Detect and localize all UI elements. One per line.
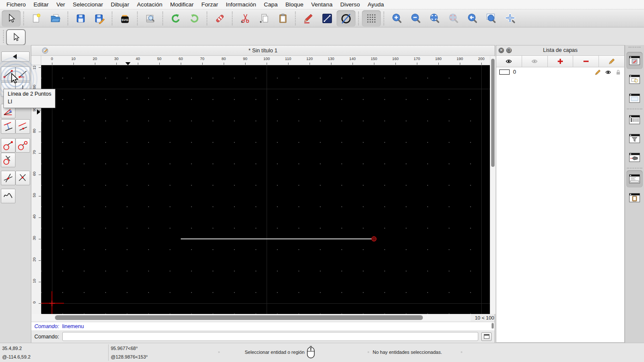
tool-line-parallel-distance[interactable]	[1, 119, 15, 134]
vertical-scrollbar[interactable]	[490, 56, 495, 314]
edit-layer-button[interactable]	[599, 56, 624, 67]
dock-clipboard-button[interactable]	[626, 189, 643, 206]
dock-pen-palette-button[interactable]	[626, 149, 643, 166]
layer-lock-icon[interactable]	[615, 69, 621, 75]
menu-item-fichero[interactable]: Fichero	[3, 0, 30, 9]
print-preview-button[interactable]	[141, 10, 160, 27]
dock-strip	[625, 45, 644, 343]
v-ruler-tick	[39, 175, 41, 175]
menu-item-capa[interactable]: Capa	[260, 0, 282, 9]
palette-back-button[interactable]	[1, 51, 30, 62]
menu-item-dibujar[interactable]: Dibujar	[107, 0, 133, 9]
h-ruler-tick	[288, 63, 289, 65]
open-file-button[interactable]	[46, 10, 65, 27]
zoom-previous-button[interactable]	[463, 10, 482, 27]
drawing-window-titlebar[interactable]: * Sin título 1	[31, 45, 495, 56]
menu-item-modificar[interactable]: Modificar	[166, 0, 197, 9]
save-button[interactable]	[71, 10, 90, 27]
eraser-icon	[214, 13, 225, 24]
select-arrow-button[interactable]	[2, 10, 21, 27]
menu-item-bloque[interactable]: Bloque	[282, 0, 307, 9]
h-ruler-tick	[224, 63, 224, 65]
draw-pen-button[interactable]	[299, 10, 318, 27]
panel-float-button[interactable]: ❐	[506, 48, 512, 53]
zoom-selected-button[interactable]	[444, 10, 463, 27]
snap-grid-button[interactable]	[362, 10, 381, 27]
save-as-button[interactable]	[90, 10, 109, 27]
zoom-out-button[interactable]	[406, 10, 425, 27]
dock-library-browser-button[interactable]	[626, 90, 643, 107]
vertical-scrollbar-thumb[interactable]	[491, 59, 495, 167]
horizontal-scrollbar-thumb[interactable]	[55, 315, 423, 320]
copy-button[interactable]	[255, 10, 273, 27]
menu-item-acotacion[interactable]: Acotación	[133, 0, 166, 9]
dock-command-line-button[interactable]	[626, 170, 643, 187]
h-ruler-label: 40	[131, 57, 144, 61]
tool-line-2-points[interactable]	[1, 66, 15, 81]
menu-item-forzar[interactable]: Forzar	[197, 0, 222, 9]
panel-close-button[interactable]: ✕	[498, 48, 504, 53]
drawing-window: * Sin título 1 0102030405060708090100110…	[31, 45, 495, 343]
remove-layer-button[interactable]	[573, 56, 599, 67]
selection-info: No hay entidades seleccionadas.	[373, 350, 442, 355]
zoom-window-button[interactable]	[482, 10, 501, 27]
show-all-layers-button[interactable]	[496, 56, 522, 67]
line-entity[interactable]	[181, 238, 374, 239]
cut-button[interactable]	[236, 10, 255, 27]
new-document-button[interactable]	[27, 10, 46, 27]
history-scrollbar[interactable]	[491, 322, 494, 330]
zoom-auto-button[interactable]	[425, 10, 444, 27]
layer-edit-pencil-icon[interactable]	[595, 69, 601, 75]
h-ruler-tick	[374, 63, 374, 65]
h-ruler-label: 200	[475, 57, 488, 61]
dock-entity-list-button[interactable]	[626, 111, 643, 128]
tool-line-tangent-circles[interactable]	[15, 138, 30, 153]
tool-line-parallel-point[interactable]	[15, 119, 30, 134]
menu-item-ver[interactable]: Ver	[52, 0, 69, 9]
paste-button[interactable]	[273, 10, 292, 27]
tool-line-orthogonal[interactable]	[15, 171, 30, 185]
tool-line-tangent-orthogonal[interactable]	[1, 153, 15, 167]
menu-item-informacion[interactable]: Información	[222, 0, 260, 9]
dock-block-list-button[interactable]	[626, 71, 643, 88]
h-ruler-tick	[331, 63, 331, 65]
tool-line-tangent-point-circle[interactable]	[1, 138, 15, 153]
delete-entities-button[interactable]	[210, 10, 229, 27]
dock-layer-list-button[interactable]	[626, 52, 643, 69]
zoom-in-icon	[391, 12, 403, 24]
endpoint-snap-marker	[371, 236, 377, 241]
zoom-in-button[interactable]	[387, 10, 406, 27]
undo-button[interactable]	[166, 10, 185, 27]
menu-item-ayuda[interactable]: Ayuda	[364, 0, 388, 9]
layer-row[interactable]: 0	[496, 67, 624, 77]
horizontal-scrollbar[interactable]	[31, 314, 471, 322]
tool-line-angle[interactable]	[15, 66, 30, 81]
layer-visibility-eye-icon[interactable]	[605, 69, 612, 75]
redo-button[interactable]	[185, 10, 204, 27]
line-tangent-point-circle-icon	[2, 139, 14, 151]
menu-item-seleccionar[interactable]: Seleccionar	[69, 0, 107, 9]
layer-color-swatch[interactable]	[499, 69, 510, 75]
document-title: * Sin título 1	[249, 48, 277, 54]
hide-all-layers-button[interactable]	[522, 56, 548, 67]
add-layer-button[interactable]	[548, 56, 574, 67]
command-detach-button[interactable]	[481, 332, 492, 341]
drawing-canvas[interactable]	[41, 65, 490, 314]
grid-dots-icon	[365, 12, 377, 24]
menu-item-editar[interactable]: Editar	[30, 0, 52, 9]
circle-tools-button[interactable]	[337, 10, 355, 27]
dock-selection-filter-button[interactable]	[626, 130, 643, 147]
layer-panel-title: Lista de capas	[543, 47, 578, 53]
menu-item-ventana[interactable]: Ventana	[307, 0, 337, 9]
selection-tool-button[interactable]	[6, 29, 26, 45]
tool-line-relative-angle[interactable]	[1, 171, 15, 185]
toolbar-separator	[67, 12, 69, 25]
tool-line-freehand[interactable]	[1, 189, 15, 203]
toolbar-separator	[232, 12, 233, 25]
menu-item-diverso[interactable]: Diverso	[336, 0, 364, 9]
line-tools-button[interactable]	[318, 10, 337, 27]
export-svg-button[interactable]: SVG	[115, 10, 134, 27]
history-scrollbar-thumb[interactable]	[492, 323, 494, 329]
zoom-pan-button[interactable]	[501, 10, 519, 27]
command-input[interactable]	[62, 332, 478, 341]
